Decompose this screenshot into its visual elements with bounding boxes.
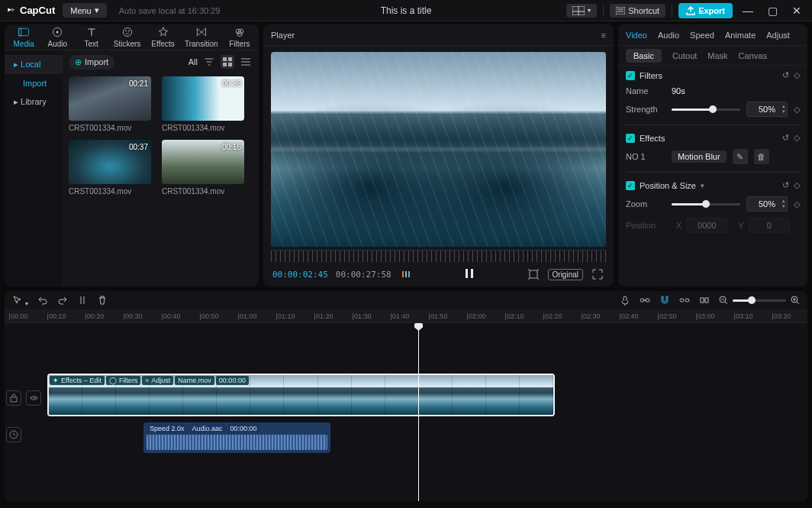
color-scope-icon[interactable]: [399, 267, 413, 281]
svg-rect-3: [616, 7, 625, 15]
split-icon[interactable]: [77, 295, 88, 307]
subtab-mask[interactable]: Mask: [707, 51, 727, 60]
link-icon[interactable]: [640, 295, 650, 307]
lane-lock-icon[interactable]: [6, 390, 21, 406]
view-list-icon[interactable]: [239, 55, 253, 69]
subtab-cutout[interactable]: Cutout: [672, 51, 697, 60]
subtab-canvas[interactable]: Canvas: [739, 51, 767, 60]
delete-effect-icon[interactable]: 🗑: [754, 149, 769, 164]
project-title[interactable]: This is a title: [381, 5, 432, 16]
window-maximize-icon[interactable]: ▢: [763, 5, 781, 17]
filters-checkbox[interactable]: ✓: [626, 71, 635, 80]
magnet-icon[interactable]: [659, 295, 670, 307]
clip-item[interactable]: 00:37CRST001334.mov: [69, 140, 151, 196]
svg-rect-19: [228, 63, 232, 66]
tab-transition[interactable]: Transition: [185, 26, 218, 48]
video-clip[interactable]: ✦ Effects – Edit ◯ Filters ≈ Adjust Name…: [47, 374, 555, 416]
side-tab-animate[interactable]: Animate: [725, 31, 756, 40]
media-panel: Media Audio Text Stickers Effects Transi…: [5, 24, 259, 286]
crop-icon[interactable]: [527, 267, 540, 281]
player-ruler[interactable]: [271, 250, 606, 262]
audio-clip[interactable]: Speed 2.0x Audio.aac 00:00:00: [143, 422, 330, 453]
spinner-icon[interactable]: ▴▾: [782, 198, 785, 209]
keyframe-icon[interactable]: ◇: [794, 199, 800, 209]
media-sidebar: ▸ Local Import ▸ Library: [5, 50, 63, 286]
delete-icon[interactable]: [97, 295, 108, 307]
pos-y-value[interactable]: 0: [749, 218, 790, 233]
strength-value[interactable]: 50%▴▾: [746, 102, 788, 117]
ratio-button[interactable]: Original: [548, 269, 583, 280]
window-close-icon[interactable]: ✕: [788, 5, 806, 17]
tab-text[interactable]: Text: [80, 26, 103, 48]
side-tab-audio[interactable]: Audio: [658, 31, 679, 40]
zoom-slider[interactable]: [672, 203, 740, 205]
video-preview[interactable]: [271, 52, 606, 247]
clip-item[interactable]: 00:39CRST001334.mov: [162, 76, 244, 132]
sidebar-item-local[interactable]: ▸ Local: [5, 55, 63, 74]
sidebar-item-library[interactable]: ▸ Library: [5, 92, 63, 112]
tab-media[interactable]: Media: [12, 26, 35, 48]
zoom-value[interactable]: 50%▴▾: [746, 196, 788, 212]
side-tab-speed[interactable]: Speed: [690, 31, 714, 40]
section-effects: Effects: [640, 134, 665, 143]
svg-rect-28: [530, 270, 537, 278]
keyframe-icon[interactable]: ◇: [794, 133, 800, 143]
shortcut-button[interactable]: Shortcut: [610, 4, 665, 18]
clip-tag-fx[interactable]: ✦ Effects – Edit: [50, 376, 105, 385]
subtab-basic[interactable]: Basic: [626, 49, 662, 63]
view-grid-icon[interactable]: [221, 55, 234, 69]
reset-icon[interactable]: ↺: [782, 180, 789, 190]
spinner-icon[interactable]: ▴▾: [782, 103, 785, 114]
select-tool-icon[interactable]: ▾: [12, 295, 28, 307]
side-tab-video[interactable]: Video: [626, 31, 647, 40]
clip-item[interactable]: 00:21CRST001334.mov: [69, 76, 151, 132]
ruler-tick: |02:00: [467, 312, 486, 320]
keyframe-icon[interactable]: ◇: [794, 180, 800, 190]
fullscreen-icon[interactable]: [591, 267, 604, 281]
tab-filters[interactable]: Filters: [228, 26, 251, 48]
tab-stickers[interactable]: Stickers: [114, 26, 141, 48]
mic-icon[interactable]: [620, 295, 630, 307]
zoom-slider[interactable]: [733, 299, 786, 302]
tab-audio[interactable]: Audio: [46, 26, 69, 48]
possize-checkbox[interactable]: ✓: [626, 181, 635, 190]
unlink-icon[interactable]: [679, 295, 690, 307]
clip-tag-adjust[interactable]: ≈ Adjust: [142, 376, 173, 385]
layout-button[interactable]: ▾: [566, 4, 597, 18]
lane-mute-icon[interactable]: [26, 390, 41, 406]
app-logo: CapCut: [6, 5, 55, 16]
export-button[interactable]: Export: [678, 3, 733, 18]
import-button[interactable]: ⊕ Import: [69, 55, 114, 70]
clip-item[interactable]: 00:16CRST001334.mov: [162, 140, 244, 196]
zoom-in-icon[interactable]: [791, 296, 800, 306]
playhead[interactable]: [418, 323, 419, 501]
strength-slider[interactable]: [672, 108, 740, 111]
sidebar-item-import[interactable]: Import: [5, 74, 63, 92]
clip-tag-filters[interactable]: ◯ Filters: [106, 376, 141, 385]
lane-audio-icon[interactable]: [6, 427, 21, 442]
redo-icon[interactable]: [57, 295, 68, 307]
zoom-out-icon[interactable]: [719, 296, 728, 306]
sort-icon[interactable]: [202, 55, 216, 69]
player-menu-icon[interactable]: ≡: [601, 31, 606, 40]
plus-icon: ⊕: [75, 57, 82, 67]
effects-checkbox[interactable]: ✓: [626, 134, 635, 143]
timeline-ruler[interactable]: |00:00|00:10|00:20|00:30|00:40|00:50|01:…: [5, 311, 807, 323]
keyframe-icon[interactable]: ◇: [794, 70, 800, 80]
pos-x-value[interactable]: 0000: [686, 218, 727, 233]
edit-effect-icon[interactable]: ✎: [733, 149, 748, 164]
window-minimize-icon[interactable]: —: [739, 5, 757, 17]
svg-rect-26: [466, 269, 468, 278]
chevron-down-icon[interactable]: ▾: [701, 182, 704, 189]
name-label: Name: [626, 86, 665, 95]
undo-icon[interactable]: [37, 295, 48, 307]
tab-effects[interactable]: Effects: [151, 26, 174, 48]
pause-button[interactable]: [463, 267, 475, 281]
tracks-area[interactable]: ✦ Effects – Edit ◯ Filters ≈ Adjust Name…: [5, 323, 807, 501]
reset-icon[interactable]: ↺: [782, 70, 789, 80]
side-tab-adjust[interactable]: Adjust: [766, 31, 790, 40]
menu-button[interactable]: Menu ▾: [63, 3, 107, 18]
keyframe-icon[interactable]: ◇: [794, 105, 800, 115]
reset-icon[interactable]: ↺: [782, 133, 789, 143]
snap-icon[interactable]: [699, 295, 710, 307]
